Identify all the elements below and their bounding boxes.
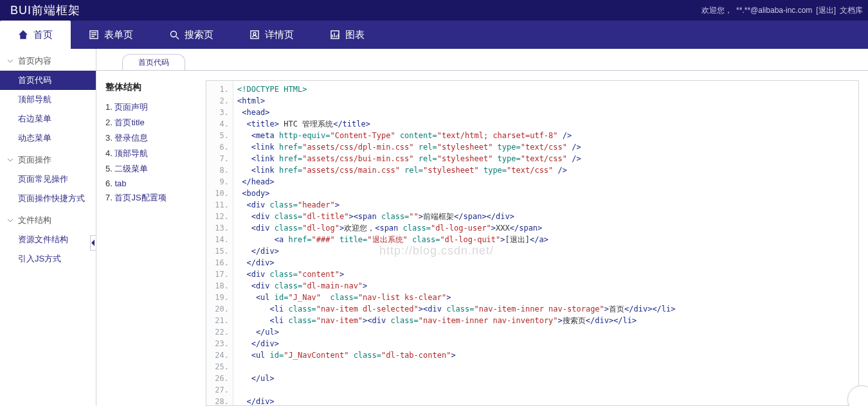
chart-icon	[330, 30, 340, 40]
gutter-line-number: 20.	[206, 303, 229, 315]
code-line[interactable]: <title> HTC 管理系统</title>	[237, 118, 854, 130]
outline-item-number: 7.	[105, 193, 114, 202]
logout-link[interactable]: [退出]	[816, 5, 836, 16]
sidebar-item[interactable]: 动态菜单	[0, 128, 96, 148]
sidebar-group-header[interactable]: 首页内容	[0, 49, 96, 71]
nav-tab-search[interactable]: 搜索页	[151, 21, 231, 49]
code-line[interactable]: </div>	[237, 396, 854, 405]
outline-item-number: 1.	[105, 102, 114, 112]
chevron-down-icon	[6, 57, 14, 65]
gutter-line-number: 11.	[206, 199, 229, 211]
outline-heading: 整体结构	[105, 82, 197, 93]
code-line[interactable]	[237, 361, 854, 373]
code-line[interactable]: </ul>	[237, 326, 854, 338]
outline-item[interactable]: 3. 登录信息	[105, 130, 197, 146]
content-tabs: 首页代码	[96, 51, 868, 71]
gutter-line-number: 8.	[206, 164, 229, 176]
outline-item[interactable]: 7. 首页JS配置项	[105, 190, 197, 206]
nav-tab-home[interactable]: 首页	[0, 21, 71, 49]
sidebar-item[interactable]: 资源文件结构	[0, 230, 96, 249]
outline-item-number: 4.	[105, 148, 114, 158]
outline-item[interactable]: 2. 首页title	[105, 115, 197, 130]
outline-item-number: 6.	[105, 179, 114, 188]
gutter-line-number: 7.	[206, 153, 229, 164]
outline-item[interactable]: 6. tab	[105, 177, 197, 190]
sidebar-item[interactable]: 页面操作快捷方式	[0, 189, 96, 208]
code-line[interactable]: <body>	[237, 188, 854, 199]
main-nav: 首页表单页搜索页详情页图表	[0, 21, 868, 49]
code-line[interactable]: <!DOCTYPE HTML>	[237, 84, 854, 95]
code-line[interactable]: <ul id="J_Nav" class="nav-list ks-clear"…	[237, 292, 854, 303]
outline-item-label: 登录信息	[114, 133, 148, 143]
nav-tab-profile[interactable]: 详情页	[231, 21, 312, 49]
sidebar-item[interactable]: 页面常见操作	[0, 170, 96, 189]
code-line[interactable]	[237, 384, 854, 396]
code-line[interactable]: <li class="nav-item"><div class="nav-ite…	[237, 315, 854, 326]
sidebar-item[interactable]: 首页代码	[0, 71, 96, 90]
svg-point-1	[171, 31, 177, 37]
gutter-line-number: 3.	[206, 107, 229, 118]
code-line[interactable]: <li class="nav-item dl-selected"><div cl…	[237, 303, 854, 315]
outline-list: 1. 页面声明2. 首页title3. 登录信息4. 顶部导航5. 二级菜单6.…	[105, 100, 197, 206]
code-line[interactable]: <html>	[237, 95, 854, 107]
outline-item-label: 首页title	[114, 118, 144, 127]
gutter-line-number: 24.	[206, 349, 229, 361]
user-email: **.**@alibaba-inc.com	[736, 6, 812, 15]
docs-link[interactable]: 文档库	[840, 5, 863, 16]
gutter-line-number: 6.	[206, 141, 229, 153]
code-line[interactable]: <head>	[237, 107, 854, 118]
nav-tab-form[interactable]: 表单页	[71, 21, 151, 49]
content-tab-active[interactable]: 首页代码	[122, 54, 185, 71]
sidebar-collapse-button[interactable]	[90, 235, 96, 251]
code-line[interactable]: <div class="dl-title"><span class="">前端框…	[237, 211, 854, 222]
code-line[interactable]: </div>	[237, 257, 854, 269]
code-line[interactable]: <div class="content">	[237, 269, 854, 280]
content-body: 整体结构 1. 页面声明2. 首页title3. 登录信息4. 顶部导航5. 二…	[96, 71, 868, 406]
form-icon	[89, 30, 99, 40]
outline-item[interactable]: 4. 顶部导航	[105, 146, 197, 161]
outline-item-number: 5.	[105, 164, 114, 173]
nav-tab-label: 首页	[33, 29, 53, 41]
outline-item-label: 首页JS配置项	[114, 193, 166, 202]
content-pane: 首页代码 整体结构 1. 页面声明2. 首页title3. 登录信息4. 顶部导…	[96, 49, 868, 406]
code-line[interactable]: </head>	[237, 176, 854, 188]
sidebar-group-header[interactable]: 页面操作	[0, 148, 96, 170]
code-line[interactable]: <link href="assets/css/dpl-min.css" rel=…	[237, 141, 854, 153]
outline-item[interactable]: 5. 二级菜单	[105, 161, 197, 177]
gutter-line-number: 15.	[206, 245, 229, 257]
code-line[interactable]: <link href="assets/css/main.css" rel="st…	[237, 164, 854, 176]
sidebar-item[interactable]: 右边菜单	[0, 109, 96, 128]
search-icon	[169, 30, 179, 40]
sidebar-group-title: 文件结构	[18, 215, 51, 226]
code-line[interactable]: </div>	[237, 245, 854, 257]
chevron-down-icon	[6, 216, 14, 224]
code-lines[interactable]: <!DOCTYPE HTML><html> <head> <title> HTC…	[233, 81, 858, 405]
code-line[interactable]: <div class="header">	[237, 199, 854, 211]
code-line[interactable]: </div>	[237, 338, 854, 349]
code-gutter: 1.2.3.4.5.6.7.8.9.10.11.12.13.14.15.16.1…	[206, 81, 233, 405]
chevron-down-icon	[6, 156, 14, 164]
gutter-line-number: 23.	[206, 338, 229, 349]
code-line[interactable]: <div class="dl-log">欢迎您，<span class="dl-…	[237, 222, 854, 234]
sidebar-group-header[interactable]: 文件结构	[0, 208, 96, 230]
outline-item[interactable]: 1. 页面声明	[105, 100, 197, 115]
outline-item-label: 顶部导航	[114, 148, 148, 158]
code-line[interactable]: <div class="dl-main-nav">	[237, 280, 854, 292]
gutter-line-number: 26.	[206, 373, 229, 384]
code-line[interactable]: <a href="###" title="退出系统" class="dl-log…	[237, 234, 854, 245]
sidebar-item[interactable]: 顶部导航	[0, 90, 96, 109]
sidebar-item[interactable]: 引入JS方式	[0, 249, 96, 269]
nav-tab-chart[interactable]: 图表	[312, 21, 383, 49]
outline-item-label: 二级菜单	[114, 164, 148, 173]
outline-item-number: 3.	[105, 133, 114, 143]
code-line[interactable]: <link href="assets/css/bui-min.css" rel=…	[237, 153, 854, 164]
code-line[interactable]: </ul>	[237, 373, 854, 384]
workspace: 首页内容首页代码顶部导航右边菜单动态菜单页面操作页面常见操作页面操作快捷方式文件…	[0, 49, 868, 406]
welcome-text: 欢迎您，	[701, 5, 732, 16]
code-line[interactable]: <ul id="J_NavContent" class="dl-tab-cont…	[237, 349, 854, 361]
gutter-line-number: 16.	[206, 257, 229, 269]
code-line[interactable]: <meta http-equiv="Content-Type" content=…	[237, 130, 854, 141]
code-editor[interactable]: 1.2.3.4.5.6.7.8.9.10.11.12.13.14.15.16.1…	[206, 80, 859, 406]
svg-point-3	[253, 33, 256, 35]
nav-tab-label: 图表	[345, 29, 365, 41]
